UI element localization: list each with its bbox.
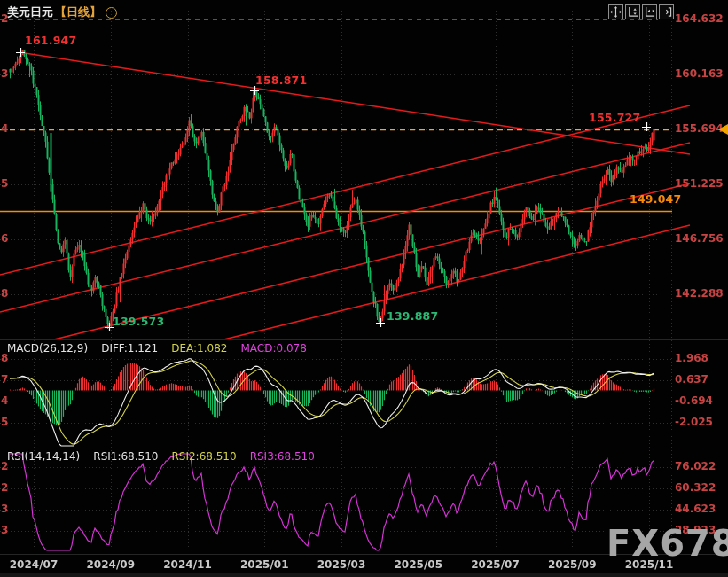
chart-window: 美元日元 【日线】 161.947158.871155.727149.04713… xyxy=(0,0,728,577)
time-axis[interactable] xyxy=(0,555,728,573)
scale-y-axis-icon[interactable] xyxy=(625,4,640,19)
window-bottom-edge xyxy=(0,573,728,577)
pane-separator xyxy=(0,339,728,340)
scale-x-axis-icon[interactable] xyxy=(642,4,657,19)
chart-canvas[interactable] xyxy=(0,0,728,577)
restore-view-icon[interactable] xyxy=(659,4,674,19)
collapse-icon[interactable] xyxy=(106,7,117,19)
chart-toolbar xyxy=(608,4,674,19)
price-axis[interactable] xyxy=(659,0,728,554)
pan-icon[interactable] xyxy=(608,4,623,19)
pane-separator xyxy=(0,448,728,448)
